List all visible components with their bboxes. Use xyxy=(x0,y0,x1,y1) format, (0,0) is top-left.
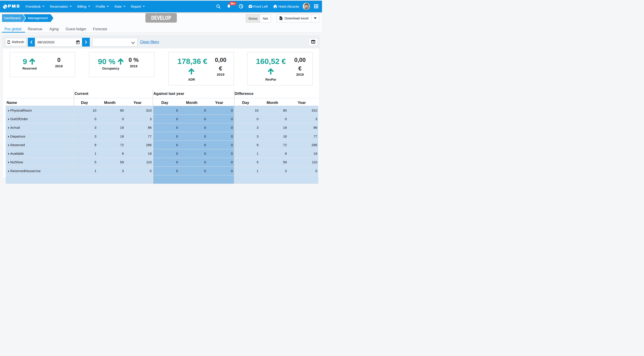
svg-text:x: x xyxy=(280,17,281,20)
svg-text:U: U xyxy=(4,5,6,8)
